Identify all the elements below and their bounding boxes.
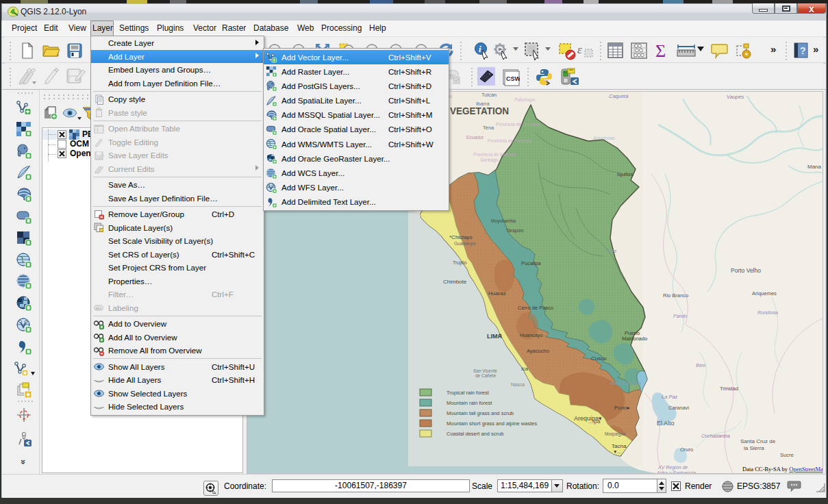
svg-text:Ariquemes: Ariquemes [752,290,777,297]
svg-text:XV Región de: XV Región de [657,465,688,470]
svg-text:▼...: ▼... [613,449,621,454]
svg-text:San Vicente: San Vicente [473,368,497,373]
svg-text:Amazonas: Amazonas [592,136,616,140]
svg-text:Mana: Mana [807,164,822,170]
svg-text:Porto Velho: Porto Velho [731,267,761,274]
svg-text:Tulcán: Tulcán [481,92,497,98]
svg-text:?: ? [800,45,806,56]
svg-text:Huancayo: Huancayo [520,332,543,338]
svg-text:Trinidad: Trinidad [720,386,738,392]
svg-text:Rio Branco: Rio Branco [663,292,688,299]
svg-text:Santiago: Santiago [480,158,499,163]
svg-text:Guadalupe: Guadalupe [454,241,476,247]
svg-text:Caquetá: Caquetá [609,93,628,99]
svg-text:ε: ε [577,43,582,56]
svg-text:Ecuador: Ecuador [466,135,484,140]
svg-text:i: i [479,44,481,54]
svg-text:Data CC-By-SA by OpenStreetMap: Data CC-By-SA by OpenStreetMap [742,466,823,473]
svg-text:*Chiclayo: *Chiclayo [449,234,473,240]
svg-text:Ica: Ica [521,366,529,372]
svg-text:Mountain rain forest: Mountain rain forest [447,400,492,406]
svg-text:Moquegua: Moquegua [605,431,626,437]
svg-text:Trujillo: Trujillo [453,260,466,266]
svg-text:Cerro de Pasco: Cerro de Pasco [518,305,553,311]
svg-text:Σ: Σ [655,42,666,59]
svg-text:Putumayo: Putumayo [514,97,536,103]
svg-text:VEGETATION: VEGETATION [450,105,509,116]
svg-text:Pucallpa: Pucallpa [521,260,542,266]
svg-text:...ipa: ...ipa [588,418,601,425]
svg-text:Rondônia: Rondônia [757,310,778,315]
svg-text:Santa Cruz de: Santa Cruz de [740,438,776,444]
svg-text:la Sierra: la Sierra [744,445,764,451]
svg-text:Mountain short grass and alpin: Mountain short grass and alpine wastes [447,420,537,427]
svg-text:Acre: Acre [606,249,617,253]
svg-text:Sucre: Sucre [780,452,794,458]
svg-text:Coastal desert and scrub: Coastal desert and scrub [447,431,503,437]
svg-text:abc: abc [96,306,102,310]
svg-text:Provincia de Pastaza: Provincia de Pastaza [488,138,531,143]
svg-text:Cusco: Cusco [591,355,607,362]
svg-text:Vaupés: Vaupés [727,94,744,100]
svg-text:Ayacucho: Ayacucho [527,348,549,354]
svg-text:Cochabamba: Cochabamba [701,433,730,438]
svg-text:Maldonado: Maldonado [622,336,647,342]
svg-text:El Alto: El Alto [657,420,675,427]
svg-text:Tacna: Tacna [612,443,627,449]
svg-text:Puno▸: Puno▸ [614,405,630,411]
svg-text:de Cañete: de Cañete [475,373,496,378]
svg-text:Mountain tall grass and scrub: Mountain tall grass and scrub [447,410,514,416]
svg-text:Nasca: Nasca [511,382,525,387]
svg-text:Caranavi: Caranavi [668,405,689,411]
svg-text:Moyobamba: Moyobamba [491,218,516,224]
svg-text:CSW: CSW [506,75,520,82]
svg-text:Beni: Beni [696,363,705,368]
svg-text:Iquitos: Iquitos [617,171,633,177]
svg-text:Huaraz: Huaraz [488,290,506,297]
svg-text:Madre de Dios: Madre de Dios [610,381,642,386]
svg-text:Tena: Tena [483,125,494,131]
svg-text:Tropical rain forest: Tropical rain forest [447,390,490,396]
svg-text:La Paz: La Paz [662,394,678,400]
svg-text:Provincia de Orellana: Provincia de Orellana [496,122,540,127]
svg-text:Provincia de Morona: Provincia de Morona [473,152,516,157]
svg-text:LIMA: LIMA [487,333,502,340]
svg-text:Ibarra: Ibarra [476,101,490,107]
svg-text:Tarapoto: Tarapoto [506,228,524,234]
svg-text:Pando: Pando [673,314,687,318]
svg-text:Oruro: Oruro [680,446,693,453]
svg-text:Chimbote: Chimbote [443,279,467,285]
